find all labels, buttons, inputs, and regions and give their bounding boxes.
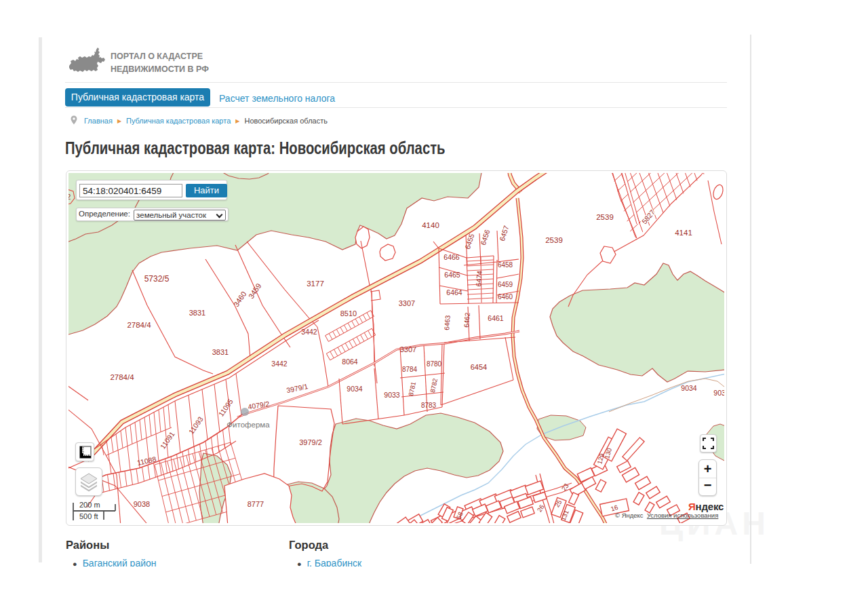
svg-text:9034: 9034: [681, 384, 697, 392]
svg-text:3442: 3442: [271, 360, 288, 368]
svg-text:9038: 9038: [134, 500, 150, 508]
svg-text:3177: 3177: [307, 280, 324, 288]
svg-text:2539: 2539: [545, 236, 563, 244]
svg-text:3307: 3307: [400, 345, 416, 353]
svg-text:8783: 8783: [421, 402, 437, 409]
svg-text:8777: 8777: [248, 500, 264, 508]
svg-text:3442: 3442: [301, 328, 317, 336]
svg-text:6465: 6465: [444, 271, 460, 279]
svg-text:8064: 8064: [342, 358, 358, 366]
svg-text:8780: 8780: [427, 360, 442, 368]
svg-text:2/2: 2/2: [68, 193, 71, 201]
svg-text:3831: 3831: [212, 348, 229, 356]
svg-text:6459: 6459: [498, 281, 513, 288]
svg-text:6474: 6474: [474, 270, 484, 286]
svg-text:4140: 4140: [422, 221, 439, 229]
svg-text:Фитоферма: Фитоферма: [226, 421, 270, 429]
svg-text:2784/4: 2784/4: [110, 373, 134, 381]
svg-text:6466: 6466: [443, 253, 460, 261]
svg-text:8784: 8784: [402, 366, 418, 373]
svg-text:3831: 3831: [189, 309, 205, 317]
svg-text:3979/2: 3979/2: [299, 438, 322, 446]
svg-text:6464: 6464: [446, 288, 462, 296]
svg-text:9033: 9033: [384, 391, 400, 399]
svg-text:9033: 9033: [713, 389, 724, 397]
svg-text:6460: 6460: [498, 293, 513, 301]
svg-text:3307: 3307: [399, 299, 415, 307]
svg-text:4141: 4141: [675, 229, 692, 237]
svg-text:5732/5: 5732/5: [144, 274, 170, 284]
svg-text:6461: 6461: [488, 314, 504, 322]
svg-text:6458: 6458: [498, 261, 513, 269]
svg-text:9034: 9034: [347, 385, 363, 393]
svg-text:6462: 6462: [462, 312, 471, 328]
svg-text:2784/4: 2784/4: [127, 321, 151, 329]
svg-text:6463: 6463: [443, 315, 452, 330]
svg-text:8510: 8510: [340, 309, 357, 318]
svg-text:6454: 6454: [471, 363, 487, 371]
svg-text:2539: 2539: [596, 213, 614, 221]
